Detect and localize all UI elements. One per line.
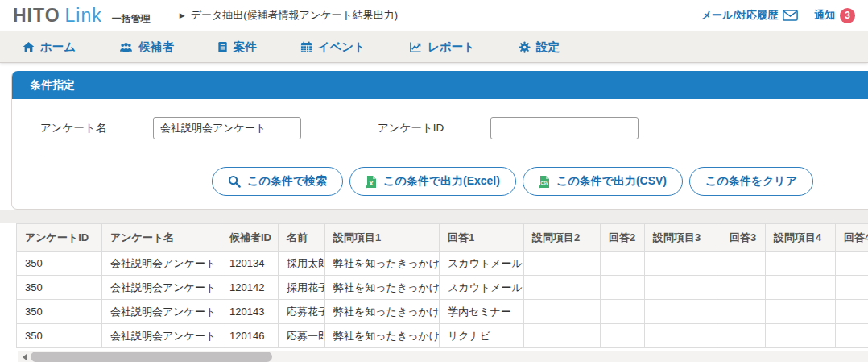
survey-name-label: アンケート名	[28, 121, 153, 135]
table-cell: リクナビ	[440, 324, 524, 348]
notifications-link[interactable]: 通知 3	[814, 8, 855, 23]
notification-badge: 3	[840, 8, 855, 23]
gear-icon	[519, 41, 531, 53]
breadcrumb-text: データ抽出(候補者情報アンケート結果出力)	[191, 8, 399, 23]
scroll-left-arrow[interactable]	[18, 351, 31, 362]
table-cell	[601, 252, 645, 276]
column-header: 回答4	[836, 224, 868, 252]
table-cell	[601, 300, 645, 324]
table-cell	[836, 300, 868, 324]
table-cell	[645, 276, 721, 300]
clear-button[interactable]: この条件をクリア	[689, 167, 813, 196]
filter-button-row: この条件で検索 x この条件で出力(Excel) CSV この条件で出力(CSV…	[28, 167, 868, 196]
table-header-row: アンケートIDアンケート名候補者ID名前設問項目1回答1設問項目2回答2設問項目…	[17, 224, 868, 252]
svg-text:CSV: CSV	[540, 181, 548, 185]
nav-item-settings[interactable]: 設定	[519, 40, 560, 55]
export-excel-button[interactable]: x この条件で出力(Excel)	[349, 167, 516, 196]
table-cell: 120134	[221, 252, 279, 276]
table-cell	[836, 276, 868, 300]
button-label: この条件で検索	[247, 174, 327, 189]
survey-id-label: アンケートID	[366, 121, 490, 135]
table-cell	[645, 300, 721, 324]
table-cell: 弊社を知ったきっかけ	[325, 324, 440, 348]
scrollbar-thumb[interactable]	[31, 352, 272, 362]
svg-text:x: x	[370, 178, 374, 186]
table-body: 350会社説明会アンケート120134採用太郎弊社を知ったきっかけスカウトメール…	[17, 252, 868, 348]
main-nav: ホーム 候補者 案件 イベント レポート 設定	[0, 31, 868, 63]
table-cell	[766, 300, 836, 324]
table-row: 350会社説明会アンケート120143応募花子弊社を知ったきっかけ学内セミナー	[17, 300, 868, 324]
nav-item-label: レポート	[428, 40, 475, 55]
home-icon	[23, 41, 35, 53]
table-cell: 会社説明会アンケート	[102, 276, 221, 300]
nav-item-reports[interactable]: レポート	[409, 40, 475, 55]
mail-history-link[interactable]: メール/対応履歴	[701, 8, 798, 23]
logo-link: Link	[65, 5, 102, 27]
left-triangle-icon	[23, 354, 27, 360]
nav-item-label: 候補者	[138, 40, 174, 55]
nav-item-label: 案件	[234, 40, 257, 55]
nav-item-label: イベント	[318, 40, 366, 55]
table-cell	[766, 324, 836, 348]
table-cell	[836, 324, 868, 348]
table-cell: 弊社を知ったきっかけ	[325, 276, 440, 300]
nav-item-home[interactable]: ホーム	[23, 40, 76, 55]
table-cell: 採用太郎	[279, 252, 325, 276]
table-row: 350会社説明会アンケート120146応募一郎弊社を知ったきっかけリクナビ	[17, 324, 868, 348]
table-cell: 120143	[221, 300, 279, 324]
column-header: 名前	[279, 224, 325, 252]
table-row: 350会社説明会アンケート120134採用太郎弊社を知ったきっかけスカウトメール	[17, 252, 868, 276]
export-csv-button[interactable]: CSV この条件で出力(CSV)	[523, 167, 683, 196]
table-cell	[524, 252, 601, 276]
table-cell	[766, 276, 836, 300]
table-cell: 350	[17, 276, 102, 300]
nav-item-projects[interactable]: 案件	[217, 40, 257, 55]
logo-hito: HITO	[13, 5, 60, 27]
column-header: 設問項目3	[645, 224, 721, 252]
table-cell	[601, 324, 645, 348]
filter-panel: 条件指定 アンケート名 アンケートID この条件で検索 x この条件で出力(Ex…	[11, 71, 868, 210]
column-header: 設問項目2	[524, 224, 601, 252]
table-cell: 350	[17, 300, 102, 324]
breadcrumb-arrow-icon: ▶	[180, 11, 185, 19]
column-header: アンケート名	[102, 224, 221, 252]
table-cell: スカウトメール	[440, 252, 524, 276]
column-header: 回答1	[440, 224, 524, 252]
table-cell: 会社説明会アンケート	[102, 324, 221, 348]
scrollbar-track[interactable]	[31, 351, 868, 362]
nav-item-label: 設定	[536, 40, 560, 55]
csv-file-icon: CSV	[539, 175, 550, 189]
table-cell	[721, 252, 766, 276]
table-cell	[524, 276, 601, 300]
search-button[interactable]: この条件で検索	[212, 167, 343, 196]
table-cell: 会社説明会アンケート	[102, 300, 221, 324]
nav-item-candidates[interactable]: 候補者	[119, 40, 174, 55]
filter-panel-title: 条件指定	[12, 71, 868, 99]
form-field: アンケートID	[301, 117, 639, 139]
envelope-icon	[783, 10, 798, 21]
table-cell: 120142	[221, 276, 279, 300]
nav-item-label: ホーム	[40, 40, 76, 55]
table-cell	[721, 324, 766, 348]
button-label: この条件で出力(CSV)	[556, 174, 667, 189]
survey-id-input[interactable]	[490, 117, 639, 139]
column-header: 候補者ID	[221, 224, 279, 252]
survey-name-input[interactable]	[153, 117, 301, 139]
nav-item-events[interactable]: イベント	[300, 40, 366, 55]
table-cell	[524, 324, 601, 348]
table-cell	[766, 252, 836, 276]
form-divider	[41, 156, 850, 156]
calendar-icon	[300, 41, 312, 53]
results-table: アンケートIDアンケート名候補者ID名前設問項目1回答1設問項目2回答2設問項目…	[16, 223, 868, 348]
table-cell: 学内セミナー	[440, 300, 524, 324]
app-header: HITO Link 一括管理 ▶ データ抽出(候補者情報アンケート結果出力) メ…	[0, 0, 868, 31]
button-label: この条件をクリア	[705, 174, 797, 189]
column-header: 回答3	[721, 224, 766, 252]
table-cell: 弊社を知ったきっかけ	[325, 300, 440, 324]
column-header: 設問項目4	[766, 224, 836, 252]
form-field: アンケート名	[28, 117, 301, 139]
table-cell: 採用花子	[279, 276, 325, 300]
table-cell: 会社説明会アンケート	[102, 252, 221, 276]
table-cell: 120146	[221, 324, 279, 348]
excel-file-icon: x	[366, 175, 377, 189]
